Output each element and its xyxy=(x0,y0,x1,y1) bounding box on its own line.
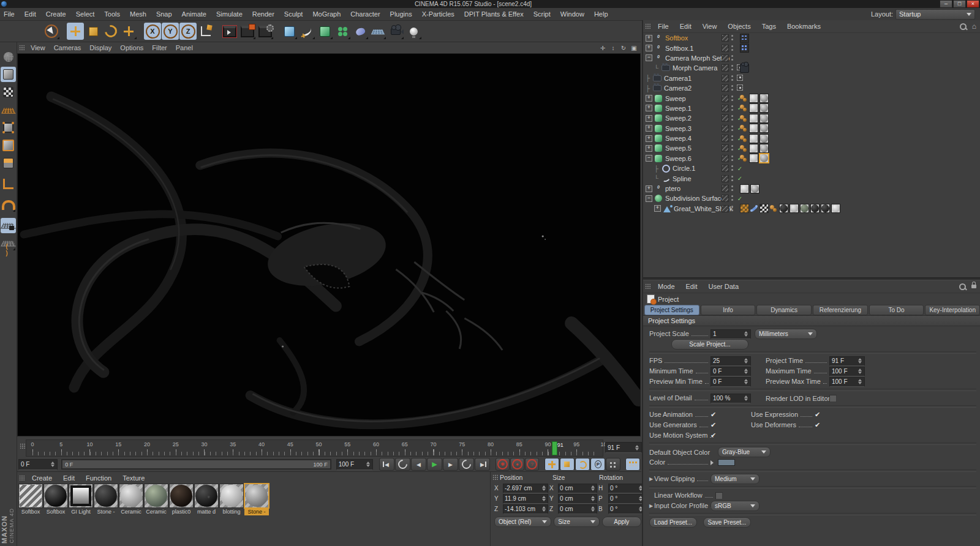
size-x-field[interactable]: 0 cm xyxy=(558,484,597,493)
maximize-icon[interactable]: □ xyxy=(953,0,966,8)
range-end-field[interactable]: 100 F xyxy=(336,459,373,470)
xpresso-tag-icon[interactable] xyxy=(740,34,749,43)
material-tag-icon[interactable] xyxy=(790,204,799,213)
search-icon[interactable] xyxy=(959,283,966,290)
rotation-b-field[interactable]: 0 ° xyxy=(608,504,645,514)
menu-mesh[interactable]: Mesh xyxy=(125,8,151,20)
prev-frame-button[interactable]: ◀ xyxy=(411,458,426,471)
timeline-playhead[interactable] xyxy=(552,441,557,455)
stepper-icon[interactable] xyxy=(590,484,595,493)
layer-icon[interactable] xyxy=(722,64,729,72)
material-item[interactable]: Softbox xyxy=(43,484,68,515)
visibility-dots-icon[interactable] xyxy=(731,35,734,41)
object-row[interactable]: +ptero xyxy=(643,184,980,193)
material-tag-icon[interactable] xyxy=(760,94,769,103)
material-tag-icon[interactable] xyxy=(831,204,840,213)
object-row[interactable]: −Sweep.6✓ xyxy=(643,154,980,163)
scale-project-button[interactable]: Scale Project... xyxy=(671,339,748,350)
menu-x-particles[interactable]: X-Particles xyxy=(417,8,459,20)
expander-icon[interactable]: + xyxy=(646,185,652,192)
object-row[interactable]: +Great_White_Shark xyxy=(643,204,980,214)
expander-icon[interactable]: + xyxy=(646,125,652,132)
material-menu-texture[interactable]: Texture xyxy=(117,474,150,482)
default-object-color-dropdown[interactable]: Gray-Blue xyxy=(718,447,771,457)
material-menu-create[interactable]: Create xyxy=(26,474,58,482)
add-cube-button[interactable] xyxy=(281,23,298,40)
visibility-dots-icon[interactable] xyxy=(731,145,734,151)
stepper-icon[interactable] xyxy=(858,367,862,376)
menu-create[interactable]: Create xyxy=(41,8,71,20)
stepper-icon[interactable] xyxy=(744,367,748,376)
menu-help[interactable]: Help xyxy=(589,8,613,20)
phong-tag-icon[interactable] xyxy=(740,94,748,102)
size-z-field[interactable]: 0 cm xyxy=(558,504,597,514)
menu-mograph[interactable]: MoGraph xyxy=(307,8,345,20)
save-preset-button[interactable]: Save Preset... xyxy=(703,517,751,528)
add-spline-button[interactable] xyxy=(298,23,315,40)
stepper-icon[interactable] xyxy=(858,377,862,386)
visibility-dots-icon[interactable] xyxy=(731,206,734,212)
object-row[interactable]: −Camera Morph Setup xyxy=(643,53,980,63)
material-item[interactable]: Stone - xyxy=(244,484,269,515)
material-tag-icon[interactable] xyxy=(749,103,758,113)
layer-icon[interactable] xyxy=(722,34,729,42)
workplane-mode-button[interactable] xyxy=(1,102,16,118)
phong-tag-icon[interactable] xyxy=(740,154,748,162)
expander-icon[interactable]: + xyxy=(646,105,652,111)
stepper-icon[interactable] xyxy=(541,504,546,514)
layer-icon[interactable] xyxy=(722,95,729,102)
autokeying-button[interactable]: ● xyxy=(510,458,524,471)
expander-icon[interactable]: + xyxy=(646,145,652,152)
add-deformer-button[interactable] xyxy=(352,23,369,40)
tab-to-do[interactable]: To Do xyxy=(869,305,924,315)
rotate-tool-button[interactable] xyxy=(102,23,119,40)
object-name[interactable]: Camera1 xyxy=(664,75,692,82)
object-row[interactable]: +Sweep.3✓ xyxy=(643,124,980,133)
object-row[interactable]: −Subdivision Surface✓ xyxy=(643,193,980,203)
use-deformers-checkbox[interactable]: ✔ xyxy=(815,421,823,429)
layer-icon[interactable] xyxy=(722,185,729,192)
size-y-field[interactable]: 0 cm xyxy=(558,494,597,504)
material-tag-icon[interactable] xyxy=(760,154,769,163)
next-frame-button[interactable]: ▶ xyxy=(443,458,458,471)
rotate-view-icon[interactable]: ↻ xyxy=(619,44,628,52)
object-menu-view[interactable]: View xyxy=(697,23,723,30)
material-tag-icon[interactable] xyxy=(760,134,769,143)
object-name[interactable]: Softbox.1 xyxy=(665,45,693,52)
stepper-icon[interactable] xyxy=(50,460,55,469)
enabled-check-icon[interactable]: ✓ xyxy=(736,165,744,172)
expand-arrow-icon[interactable] xyxy=(710,460,716,465)
visibility-dots-icon[interactable] xyxy=(731,155,734,162)
tab-info[interactable]: Info xyxy=(701,305,756,315)
search-icon[interactable] xyxy=(960,23,967,30)
move-tool-button[interactable] xyxy=(67,23,84,40)
material-tag-icon[interactable] xyxy=(810,204,820,213)
phong-tag-icon[interactable] xyxy=(740,135,748,143)
record-rotation-button[interactable] xyxy=(575,458,590,471)
material-item[interactable]: Ceramic xyxy=(144,484,168,515)
menu-character[interactable]: Character xyxy=(345,8,385,20)
lock-workplane-button[interactable] xyxy=(1,218,16,233)
camera-morph-tag-icon[interactable] xyxy=(740,64,749,73)
object-name[interactable]: Sweep.4 xyxy=(665,135,692,142)
active-camera-icon[interactable] xyxy=(736,75,744,82)
material-tag-icon[interactable] xyxy=(749,134,758,143)
material-thumbnail[interactable] xyxy=(219,484,244,508)
tab-dynamics[interactable]: Dynamics xyxy=(756,305,812,315)
menu-sculpt[interactable]: Sculpt xyxy=(279,8,308,20)
tab-referenzierung[interactable]: Referenzierung xyxy=(813,305,868,315)
object-name[interactable]: Sweep.3 xyxy=(665,125,692,132)
material-tag-icon[interactable] xyxy=(749,144,758,153)
phong-tag-icon[interactable] xyxy=(740,144,748,152)
layer-icon[interactable] xyxy=(722,45,729,52)
enabled-check-icon[interactable]: ✓ xyxy=(736,195,744,202)
load-preset-button[interactable]: Load Preset... xyxy=(649,517,697,528)
expander-icon[interactable]: − xyxy=(646,155,652,162)
play-forwards-button[interactable]: ▶ xyxy=(427,458,442,471)
visibility-dots-icon[interactable] xyxy=(731,75,734,81)
material-thumbnail[interactable] xyxy=(194,484,219,508)
render-lod-checkbox[interactable] xyxy=(829,395,837,402)
material-item[interactable]: Ceramic xyxy=(119,484,143,515)
keyframe-selection-button[interactable]: ? xyxy=(525,458,539,471)
position-y-field[interactable]: 11.9 cm xyxy=(503,494,548,504)
